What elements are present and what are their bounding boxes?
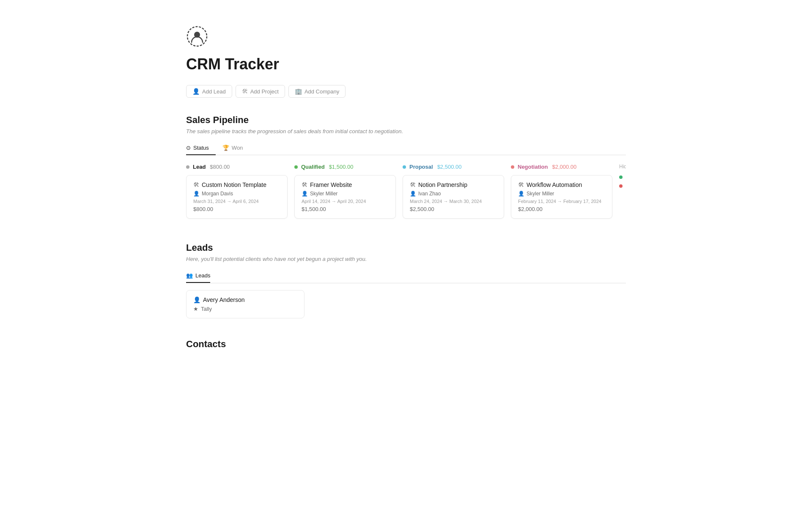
column-lead: Lead $800.00 🛠 Custom Notion Template 👤 … xyxy=(186,164,288,222)
qualified-dot xyxy=(294,165,298,169)
deal-dates: March 24, 2024 → March 30, 2024 xyxy=(410,199,497,204)
won-tab-label: Won xyxy=(232,145,243,151)
company-icon: 🏢 xyxy=(295,88,302,95)
leads-section: Leads Here, you'll list potential client… xyxy=(186,242,626,318)
page-container: CRM Tracker 👤 Add Lead 🛠 Add Project 🏢 A… xyxy=(152,0,660,404)
deal-amount: $2,000.00 xyxy=(518,206,605,212)
column-negotiation-header: Negotiation $2,000.00 xyxy=(511,164,612,170)
person-icon: 👤 xyxy=(410,191,416,197)
add-lead-button[interactable]: 👤 Add Lead xyxy=(186,85,232,98)
deal-dates: March 31, 2024 → April 6, 2024 xyxy=(193,199,280,204)
deal-name-icon: 🛠 xyxy=(193,181,199,188)
column-qualified: Qualified $1,500.00 🛠 Framer Website 👤 S… xyxy=(294,164,396,222)
deal-card-workflow-automation[interactable]: 🛠 Workflow Automation 👤 Skyler Miller Fe… xyxy=(511,175,612,219)
deal-name-icon: 🛠 xyxy=(518,181,524,188)
action-buttons: 👤 Add Lead 🛠 Add Project 🏢 Add Company xyxy=(186,85,626,98)
proposal-dot xyxy=(403,165,406,169)
negotiation-column-amount: $2,000.00 xyxy=(552,164,577,170)
tab-won[interactable]: 🏆 Won xyxy=(222,141,250,155)
sales-pipeline-section: Sales Pipeline The sales pipeline tracks… xyxy=(186,115,626,222)
status-tab-label: Status xyxy=(193,145,209,151)
qualified-column-title: Qualified xyxy=(301,164,325,170)
person-icon: 👤 xyxy=(192,88,200,95)
lead-column-amount: $800.00 xyxy=(210,164,230,170)
deal-amount: $1,500.00 xyxy=(302,206,389,212)
project-icon: 🛠 xyxy=(242,88,248,95)
lead-person-name: 👤 Avery Anderson xyxy=(193,296,297,303)
deal-person: 👤 Skyler Miller xyxy=(518,191,605,197)
deal-card-notion-partnership[interactable]: 🛠 Notion Partnership 👤 Ivan Zhao March 2… xyxy=(403,175,504,219)
contacts-section: Contacts xyxy=(186,339,626,350)
sales-pipeline-desc: The sales pipeline tracks the progressio… xyxy=(186,128,626,134)
lead-person-icon: 👤 xyxy=(193,296,200,303)
lead-column-title: Lead xyxy=(193,164,206,170)
column-proposal-header: Proposal $2,500.00 xyxy=(403,164,504,170)
deal-person: 👤 Skyler Miller xyxy=(302,191,389,197)
column-proposal: Proposal $2,500.00 🛠 Notion Partnership … xyxy=(403,164,504,222)
hidden-group-lost: Lost $0.00 xyxy=(619,183,626,189)
won-dot xyxy=(619,175,623,179)
leads-list: 👤 Avery Anderson ★ Tally xyxy=(186,290,626,318)
deal-dates: February 11, 2024 → February 17, 2024 xyxy=(518,199,605,204)
hidden-groups-panel: Hidden groups Won $0.00 Lost $0.00 xyxy=(619,164,626,192)
proposal-column-amount: $2,500.00 xyxy=(437,164,462,170)
leads-desc: Here, you'll list potential clients who … xyxy=(186,256,626,262)
deal-card-custom-notion[interactable]: 🛠 Custom Notion Template 👤 Morgan Davis … xyxy=(186,175,288,219)
hidden-group-won: Won $0.00 xyxy=(619,174,626,180)
logo-icon xyxy=(186,25,626,49)
leads-tab-icon: 👥 xyxy=(186,272,193,279)
proposal-column-title: Proposal xyxy=(409,164,433,170)
add-project-label: Add Project xyxy=(250,88,279,95)
add-company-button[interactable]: 🏢 Add Company xyxy=(288,85,346,98)
page-title: CRM Tracker xyxy=(186,55,626,73)
column-negotiation: Negotiation $2,000.00 🛠 Workflow Automat… xyxy=(511,164,612,222)
add-company-label: Add Company xyxy=(304,88,339,95)
hidden-groups-title: Hidden groups xyxy=(619,164,626,170)
lead-card-avery[interactable]: 👤 Avery Anderson ★ Tally xyxy=(186,290,304,318)
add-project-button[interactable]: 🛠 Add Project xyxy=(236,85,285,98)
lead-source: ★ Tally xyxy=(193,306,297,312)
status-tab-icon: ⊙ xyxy=(186,145,191,151)
person-icon: 👤 xyxy=(193,191,200,197)
leads-tab-label: Leads xyxy=(195,272,210,279)
tab-leads[interactable]: 👥 Leads xyxy=(186,269,210,283)
deal-name: 🛠 Framer Website xyxy=(302,181,389,188)
deal-card-framer[interactable]: 🛠 Framer Website 👤 Skyler Miller April 1… xyxy=(294,175,396,219)
add-lead-label: Add Lead xyxy=(202,88,226,95)
deal-person: 👤 Ivan Zhao xyxy=(410,191,497,197)
pipeline-board: Lead $800.00 🛠 Custom Notion Template 👤 … xyxy=(186,164,626,222)
leads-title: Leads xyxy=(186,242,626,253)
deal-dates: April 14, 2024 → April 20, 2024 xyxy=(302,199,389,204)
deal-name: 🛠 Workflow Automation xyxy=(518,181,605,188)
contacts-title: Contacts xyxy=(186,339,626,350)
pipeline-tabs: ⊙ Status 🏆 Won xyxy=(186,141,626,155)
deal-amount: $800.00 xyxy=(193,206,280,212)
column-qualified-header: Qualified $1,500.00 xyxy=(294,164,396,170)
negotiation-dot xyxy=(511,165,514,169)
lost-dot xyxy=(619,184,623,188)
qualified-column-amount: $1,500.00 xyxy=(329,164,354,170)
sales-pipeline-title: Sales Pipeline xyxy=(186,115,626,126)
column-lead-header: Lead $800.00 xyxy=(186,164,288,170)
lead-dot xyxy=(186,165,189,169)
person-icon: 👤 xyxy=(302,191,308,197)
deal-name: 🛠 Notion Partnership xyxy=(410,181,497,188)
won-tab-icon: 🏆 xyxy=(222,145,229,151)
deal-name-icon: 🛠 xyxy=(410,181,416,188)
deal-amount: $2,500.00 xyxy=(410,206,497,212)
lead-source-icon: ★ xyxy=(193,306,198,312)
negotiation-column-title: Negotiation xyxy=(518,164,548,170)
leads-tab-container: 👥 Leads xyxy=(186,269,626,283)
deal-person: 👤 Morgan Davis xyxy=(193,191,280,197)
person-icon: 👤 xyxy=(518,191,524,197)
deal-name-icon: 🛠 xyxy=(302,181,307,188)
deal-name: 🛠 Custom Notion Template xyxy=(193,181,280,188)
tab-status[interactable]: ⊙ Status xyxy=(186,141,216,155)
